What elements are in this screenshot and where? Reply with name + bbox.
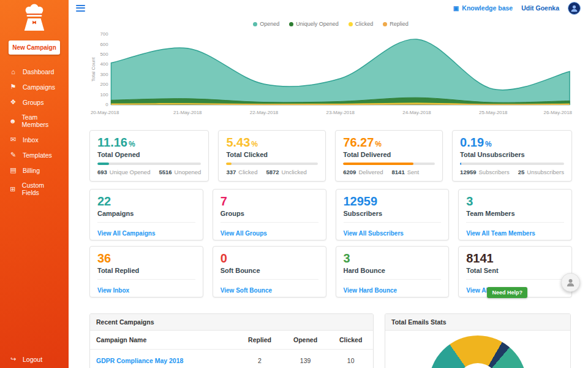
stat-label: Total Delivered (343, 151, 435, 158)
count-card-soft-bounce: 0 Soft Bounce View Soft Bounce (213, 246, 326, 297)
count-cards-row-1: 22 Campaigns View All Campaigns 7 Groups… (89, 189, 572, 240)
support-widget-button[interactable] (561, 273, 580, 292)
sidebar-item-custom-fields[interactable]: ⊞ Custom Fields (0, 178, 69, 200)
column-header-campaign-name: Campaign Name (90, 331, 237, 350)
view-all-groups-link[interactable]: View All Groups (221, 230, 267, 237)
recent-campaigns-table: Campaign Name Replied Opened Clicked GDP… (90, 331, 373, 368)
stat-label: Total Clicked (226, 151, 318, 158)
new-campaign-button[interactable]: New Campaign (9, 40, 60, 55)
topbar: ▣ Knowledge base Udit Goenka (69, 0, 588, 16)
column-header-clicked: Clicked (328, 331, 373, 350)
svg-text:25-May-2018: 25-May-2018 (479, 110, 508, 115)
count-label: Groups (221, 210, 318, 217)
count-card-groups: 7 Groups View All Groups (213, 189, 326, 240)
stat-breakdown: 693Unique Opened 5516Unopened (97, 169, 201, 175)
opened-count: 139 (282, 350, 328, 368)
sidebar-item-label: Custom Fields (22, 182, 59, 196)
count-card-hard-bounce: 3 Hard Bounce View Hard Bounce (336, 246, 450, 297)
svg-text:200: 200 (100, 82, 108, 87)
knowledge-base-icon: ▣ (453, 5, 459, 12)
svg-text:Total Count: Total Count (91, 57, 96, 82)
sidebar-item-team-members[interactable]: ☻ Team Members (0, 110, 69, 132)
column-header-replied: Replied (237, 331, 282, 350)
legend-item-uniquely-opened[interactable]: Uniquely Opened (289, 21, 339, 27)
username-link[interactable]: Udit Goenka (521, 4, 559, 12)
view-all-subscribers-link[interactable]: View All Subscribers (344, 230, 404, 237)
legend-item-clicked[interactable]: Clicked (349, 21, 374, 27)
legend-dot (383, 22, 387, 26)
sidebar-item-label: Groups (23, 99, 43, 106)
main-content: ▣ Knowledge base Udit Goenka Opened Uniq… (69, 0, 588, 368)
count-label: Subscribers (344, 210, 442, 217)
count-label: Total Replied (97, 267, 195, 274)
svg-text:24-May-2018: 24-May-2018 (402, 110, 431, 115)
dashboard-icon: ⌂ (9, 68, 17, 75)
sidebar-item-label: Inbox (23, 136, 39, 144)
svg-text:300: 300 (100, 72, 108, 77)
sidebar-item-dashboard[interactable]: ⌂ Dashboard (0, 64, 69, 79)
view-hard-bounce-link[interactable]: View Hard Bounce (344, 287, 398, 294)
dashboard-app: New Campaign ⌂ Dashboard ⚑ Campaigns ❖ G… (0, 0, 588, 368)
stat-breakdown: 12959Subscribers 25Unsubscribers (460, 169, 564, 175)
sidebar-item-templates[interactable]: ✎ Templates (0, 147, 69, 163)
svg-text:600: 600 (100, 42, 108, 47)
svg-text:26-May-2018: 26-May-2018 (544, 110, 573, 115)
svg-text:20-May-2018: 20-May-2018 (91, 110, 119, 115)
user-avatar[interactable] (568, 2, 581, 15)
stat-label: Total Opened (97, 151, 201, 158)
progress-bar (226, 163, 318, 165)
stat-cards-row-percentages: 11.16% Total Opened 693Unique Opened 551… (89, 130, 572, 182)
area-chart-canvas: 010020030040050060070020-May-201821-May-… (89, 29, 572, 119)
total-emails-stats-panel: Total Emails Stats (385, 313, 571, 368)
progress-bar (343, 163, 435, 165)
sidebar-item-inbox[interactable]: ✉ Inbox (0, 132, 69, 147)
groups-icon: ❖ (9, 98, 17, 106)
count-value: 8141 (466, 252, 564, 265)
custom-fields-icon: ⊞ (9, 185, 17, 193)
need-help-button[interactable]: Need Help? (487, 287, 527, 298)
sidebar-item-label: Dashboard (23, 68, 54, 75)
logout-button[interactable]: ↪ Logout (0, 350, 69, 368)
count-card-campaigns: 22 Campaigns View All Campaigns (89, 189, 203, 240)
stat-breakdown: 6209Delivered 8141Sent (343, 169, 435, 175)
stat-breakdown: 337Clicked 5872Unclicked (226, 169, 318, 175)
view-all-campaigns-link[interactable]: View All Campaigns (97, 230, 155, 237)
sidebar-item-billing[interactable]: ▤ Billing (0, 163, 69, 178)
hamburger-menu-icon[interactable] (76, 5, 85, 12)
panel-title: Recent Campaigns (90, 314, 373, 331)
campaign-link[interactable]: GDPR Compliance May 2018 (96, 357, 183, 364)
view-soft-bounce-link[interactable]: View Soft Bounce (221, 287, 272, 294)
replied-count: 2 (237, 350, 282, 368)
stat-card-total-clicked: 5.43% Total Clicked 337Clicked 5872Uncli… (218, 130, 326, 182)
clicked-count: 10 (328, 350, 373, 368)
stat-card-total-opened: 11.16% Total Opened 693Unique Opened 551… (89, 130, 209, 182)
sidebar-item-label: Team Members (22, 113, 59, 128)
logout-icon: ↪ (9, 355, 17, 363)
email-activity-chart: Opened Uniquely Opened Clicked Replied 0… (89, 20, 572, 119)
chart-legend: Opened Uniquely Opened Clicked Replied (89, 20, 572, 28)
recent-campaigns-panel: Recent Campaigns Campaign Name Replied O… (89, 313, 374, 368)
stat-value: 11.16% (97, 136, 201, 149)
knowledge-base-link[interactable]: ▣ Knowledge base (453, 4, 513, 12)
sidebar-item-campaigns[interactable]: ⚑ Campaigns (0, 79, 69, 94)
count-card-team-members: 3 Team Members View All Team Members (458, 189, 572, 240)
count-value: 3 (344, 252, 442, 265)
legend-item-replied[interactable]: Replied (383, 21, 409, 27)
campaigns-icon: ⚑ (9, 83, 17, 91)
svg-text:400: 400 (100, 61, 108, 67)
legend-item-opened[interactable]: Opened (253, 21, 279, 27)
view-all-team-members-link[interactable]: View All Team Members (466, 230, 535, 237)
count-label: Campaigns (97, 210, 195, 217)
svg-text:22-May-2018: 22-May-2018 (250, 110, 279, 115)
table-row: GDPR Compliance May 2018 2 139 10 (90, 350, 373, 368)
svg-text:21-May-2018: 21-May-2018 (173, 110, 202, 115)
view-inbox-link[interactable]: View Inbox (97, 287, 129, 294)
legend-dot (253, 22, 257, 26)
count-value: 12959 (344, 195, 442, 208)
stat-card-total-delivered: 76.27% Total Delivered 6209Delivered 814… (335, 130, 443, 182)
svg-text:100: 100 (100, 92, 108, 98)
column-header-opened: Opened (282, 331, 328, 350)
count-label: Soft Bounce (221, 267, 318, 274)
sidebar: New Campaign ⌂ Dashboard ⚑ Campaigns ❖ G… (0, 0, 69, 368)
sidebar-item-groups[interactable]: ❖ Groups (0, 94, 69, 110)
